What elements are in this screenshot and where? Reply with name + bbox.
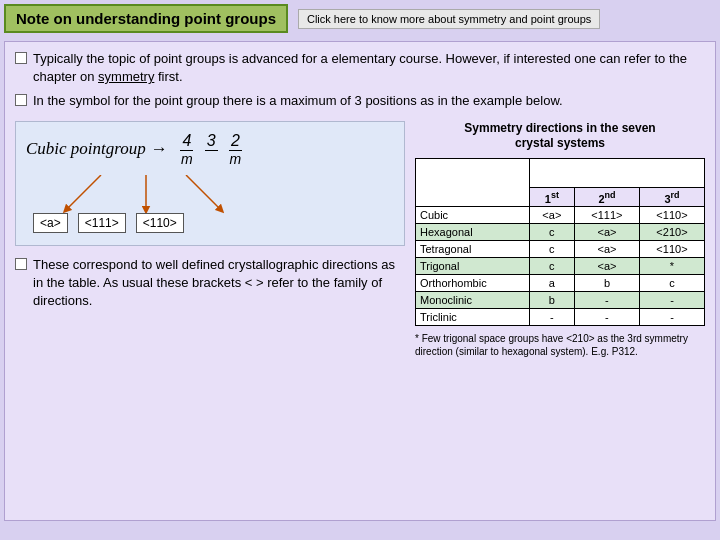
content-area: Typically the topic of point groups is a… [4, 41, 716, 521]
table-cell: Triclinic [416, 309, 530, 326]
table-cell: <a> [574, 241, 639, 258]
direction-boxes: <a> <111> <110> [31, 213, 186, 233]
bullet-1: Typically the topic of point groups is a… [15, 50, 705, 86]
right-panel: Symmetry directions in the sevencrystal … [415, 121, 705, 359]
bullet-text-2: In the symbol for the point group there … [33, 92, 563, 110]
symmetry-table: Position in theinternational symbol 1st … [415, 158, 705, 327]
table-cell: - [639, 292, 704, 309]
footnote: * Few trigonal space groups have <210> a… [415, 332, 705, 358]
table-cell: b [574, 275, 639, 292]
table-cell: <a> [574, 224, 639, 241]
table-cell: c [529, 224, 574, 241]
direction-111: <111> [78, 213, 126, 233]
col-header-system [416, 158, 530, 207]
table-cell: <110> [639, 241, 704, 258]
table-cell: c [529, 241, 574, 258]
table-cell: Trigonal [416, 258, 530, 275]
table-row: Tetragonalc<a><110> [416, 241, 705, 258]
bullet-icon-2 [15, 94, 27, 106]
sym-table-body: Cubic<a><111><110>Hexagonalc<a><210>Tetr… [416, 207, 705, 326]
table-row: Monoclinicb-- [416, 292, 705, 309]
formula-label: Cubic pointgroup → [26, 139, 167, 159]
table-cell: Orthorhombic [416, 275, 530, 292]
table-cell: - [574, 292, 639, 309]
table-row: Trigonalc<a>* [416, 258, 705, 275]
frac-2-den [207, 151, 215, 167]
table-cell: b [529, 292, 574, 309]
direction-a: <a> [33, 213, 68, 233]
frac-1-num: 4 [180, 132, 193, 151]
table-cell: <a> [574, 258, 639, 275]
table-row: Triclinic--- [416, 309, 705, 326]
left-panel: Cubic pointgroup → 4 m 3 2 [15, 121, 405, 359]
col-header-2nd: 2nd [574, 187, 639, 207]
svg-line-0 [66, 175, 101, 210]
frac-1-den: m [179, 151, 195, 167]
table-row: Cubic<a><111><110> [416, 207, 705, 224]
table-cell: a [529, 275, 574, 292]
frac-3: 2 m [228, 132, 244, 167]
formula-display: Cubic pointgroup → 4 m 3 2 [26, 132, 394, 167]
table-row: Hexagonalc<a><210> [416, 224, 705, 241]
bullet-2: In the symbol for the point group there … [15, 92, 705, 110]
page-title: Note on understanding point groups [4, 4, 288, 33]
col-header-1st: 1st [529, 187, 574, 207]
table-cell: - [574, 309, 639, 326]
table-cell: - [529, 309, 574, 326]
symmetry-table-title: Symmetry directions in the sevencrystal … [415, 121, 705, 152]
bullet-icon-1 [15, 52, 27, 64]
table-cell: c [639, 275, 704, 292]
frac-3-num: 2 [229, 132, 242, 151]
frac-3-den: m [228, 151, 244, 167]
table-cell: - [639, 309, 704, 326]
arrow-diagram: <a> <111> <110> [26, 175, 394, 235]
table-cell: Tetragonal [416, 241, 530, 258]
bullet-text-1: Typically the topic of point groups is a… [33, 50, 705, 86]
bullet-3: These correspond to well defined crystal… [15, 256, 405, 311]
table-cell: <111> [574, 207, 639, 224]
table-cell: * [639, 258, 704, 275]
table-cell: Cubic [416, 207, 530, 224]
frac-2: 3 [205, 132, 218, 167]
svg-line-2 [186, 175, 221, 210]
page-container: Note on understanding point groups Click… [0, 0, 720, 540]
main-content: Cubic pointgroup → 4 m 3 2 [15, 121, 705, 359]
table-cell: <110> [639, 207, 704, 224]
formula-area: Cubic pointgroup → 4 m 3 2 [15, 121, 405, 246]
symmetry-link[interactable]: Click here to know more about symmetry a… [298, 9, 600, 29]
bullet-icon-3 [15, 258, 27, 270]
frac-1: 4 m [179, 132, 195, 167]
table-cell: Hexagonal [416, 224, 530, 241]
direction-110: <110> [136, 213, 184, 233]
table-cell: <a> [529, 207, 574, 224]
frac-2-num: 3 [205, 132, 218, 151]
col-header-position: Position in theinternational symbol [529, 158, 704, 187]
table-cell: c [529, 258, 574, 275]
table-row: Orthorhombicabc [416, 275, 705, 292]
col-header-3rd: 3rd [639, 187, 704, 207]
table-cell: Monoclinic [416, 292, 530, 309]
bullet-text-3: These correspond to well defined crystal… [33, 256, 405, 311]
table-cell: <210> [639, 224, 704, 241]
header: Note on understanding point groups Click… [4, 4, 716, 33]
